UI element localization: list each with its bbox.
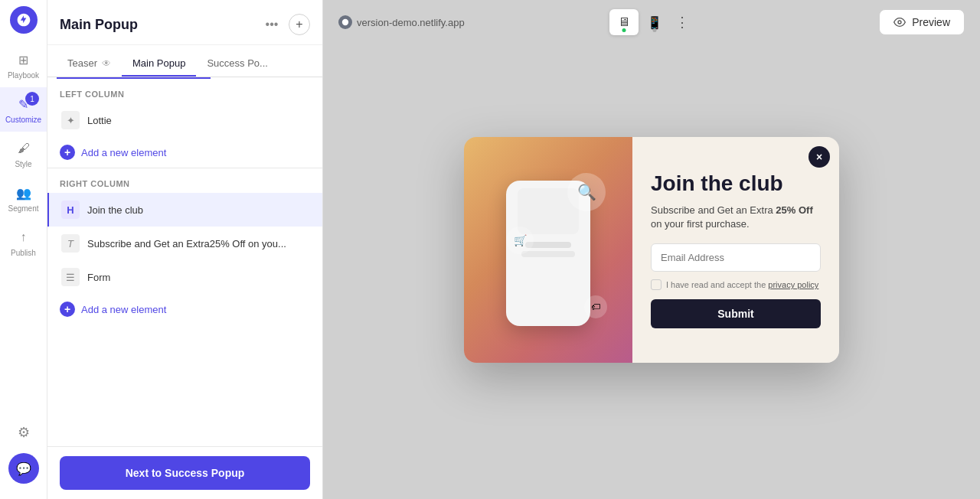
sidebar-item-publish[interactable]: ↑ Publish <box>0 220 47 265</box>
popup-heading: Join the club <box>651 171 821 197</box>
popup-overlay: 🔍 🛒 🏷 × Join the club Subscribe and Get … <box>323 0 980 499</box>
sidebar-item-segment[interactable]: 👥 Segment <box>0 176 47 220</box>
popup-illustration: 🔍 🛒 🏷 <box>483 165 613 334</box>
bottom-action-area: Next to Success Popup <box>47 446 322 499</box>
add-element-label-2: Add a new element <box>81 304 166 315</box>
tab-main-popup[interactable]: Main Popup <box>122 51 196 77</box>
mobile-view-button[interactable]: 📱 <box>640 9 669 35</box>
plus-circle-icon-2: + <box>60 302 75 317</box>
desktop-active-dot <box>622 28 626 32</box>
sidebar-item-label: Segment <box>8 204 38 213</box>
add-left-element-button[interactable]: + Add a new element <box>47 137 322 168</box>
more-options-button[interactable]: ••• <box>261 14 283 35</box>
form-row[interactable]: ☰ Form <box>47 260 322 294</box>
privacy-policy-link[interactable]: privacy policy <box>768 280 818 289</box>
checkbox-row: I have read and accept the privacy polic… <box>651 279 821 290</box>
eye-icon: 👁 <box>102 58 111 69</box>
main-canvas: version-demo.netlify.app 🖥 📱 ⋮ Preview <box>323 0 980 499</box>
grid-icon: ⊞ <box>15 51 33 69</box>
preview-button[interactable]: Preview <box>879 9 965 35</box>
form-icon: ☰ <box>61 268 80 286</box>
lottie-element-row[interactable]: ✦ Lottie <box>47 103 322 137</box>
svg-point-0 <box>342 19 348 25</box>
device-switcher: 🖥 📱 ⋮ <box>609 9 694 35</box>
subscribe-text-row[interactable]: T Subscribe and Get an Extra25% Off on y… <box>47 227 322 260</box>
site-icon <box>338 15 352 29</box>
left-column-label: LEFT COLUMN <box>47 79 322 103</box>
sidebar-item-label: Style <box>15 160 31 168</box>
preview-label: Preview <box>912 16 950 28</box>
more-options-toolbar-button[interactable]: ⋮ <box>671 11 694 34</box>
sidebar-item-label: Playbook <box>8 71 39 80</box>
heading-icon: H <box>61 201 80 219</box>
plus-circle-icon: + <box>60 145 75 160</box>
cart-bubble: 🛒 <box>506 227 534 254</box>
popup-subtext: Subscribe and Get an Extra 25% Off on yo… <box>651 204 821 231</box>
checkbox-label: I have read and accept the privacy polic… <box>666 280 818 289</box>
users-icon: 👥 <box>15 184 33 202</box>
nav-bottom-actions: ⚙ 💬 <box>0 416 47 499</box>
sidebar-item-label: Customize <box>5 116 41 124</box>
panel-body: LEFT COLUMN ✦ Lottie + Add a new element… <box>47 79 322 446</box>
app-logo <box>10 6 38 34</box>
add-right-element-button[interactable]: + Add a new element <box>47 294 322 325</box>
text-icon: T <box>61 234 80 253</box>
add-popup-button[interactable]: + <box>289 14 310 35</box>
site-url: version-demo.netlify.app <box>357 17 465 28</box>
tag-bubble: 🏷 <box>584 295 607 318</box>
popup-left-column: 🔍 🛒 🏷 <box>464 137 632 363</box>
join-heading-row[interactable]: H Join the club <box>47 193 322 227</box>
right-column-label: RIGHT COLUMN <box>47 168 322 193</box>
search-bubble: 🔍 <box>567 173 606 211</box>
sidebar-item-playbook[interactable]: ⊞ Playbook <box>0 43 47 87</box>
subscribe-text-label: Subscribe and Get an Extra25% Off on you… <box>87 238 286 250</box>
step-badge: 1 <box>25 92 39 106</box>
side-navigation: ⊞ Playbook 1 ✎ Customize 🖌 Style 👥 Segme… <box>0 0 47 499</box>
sidebar-item-customize[interactable]: 1 ✎ Customize <box>0 87 47 132</box>
mobile-dot <box>653 28 657 32</box>
panel-title: Main Popup <box>60 17 138 33</box>
settings-icon[interactable]: ⚙ <box>18 424 30 441</box>
panel-header: Main Popup ••• + <box>47 0 322 45</box>
add-element-label: Add a new element <box>81 147 166 158</box>
submit-button[interactable]: Submit <box>651 299 821 328</box>
form-label: Form <box>87 272 110 283</box>
toolbar-right: Preview <box>694 9 965 35</box>
chat-button[interactable]: 💬 <box>8 453 39 484</box>
tab-teaser[interactable]: Teaser 👁 <box>57 51 122 77</box>
privacy-checkbox[interactable] <box>651 279 662 290</box>
paint-icon: 🖌 <box>15 139 33 158</box>
left-panel: Main Popup ••• + Teaser 👁 Main Popup Suc… <box>47 0 323 499</box>
popup-tabs: Teaser 👁 Main Popup Success Po... <box>47 45 322 77</box>
popup-right-column: × Join the club Subscribe and Get an Ext… <box>632 137 839 363</box>
svg-point-1 <box>898 21 901 24</box>
email-input[interactable] <box>651 243 821 272</box>
join-heading-label: Join the club <box>87 204 143 216</box>
top-toolbar: version-demo.netlify.app 🖥 📱 ⋮ Preview <box>323 0 980 44</box>
desktop-view-button[interactable]: 🖥 <box>609 9 639 35</box>
popup-modal: 🔍 🛒 🏷 × Join the club Subscribe and Get … <box>464 137 839 363</box>
sidebar-item-style[interactable]: 🖌 Style <box>0 132 47 176</box>
next-to-success-button[interactable]: Next to Success Popup <box>60 456 310 490</box>
lottie-label: Lottie <box>87 115 112 126</box>
tab-success[interactable]: Success Po... <box>196 51 278 77</box>
upload-icon: ↑ <box>15 228 33 246</box>
popup-close-button[interactable]: × <box>808 146 830 168</box>
panel-header-actions: ••• + <box>261 14 310 35</box>
sidebar-item-label: Publish <box>11 249 36 257</box>
lottie-icon: ✦ <box>61 111 80 129</box>
